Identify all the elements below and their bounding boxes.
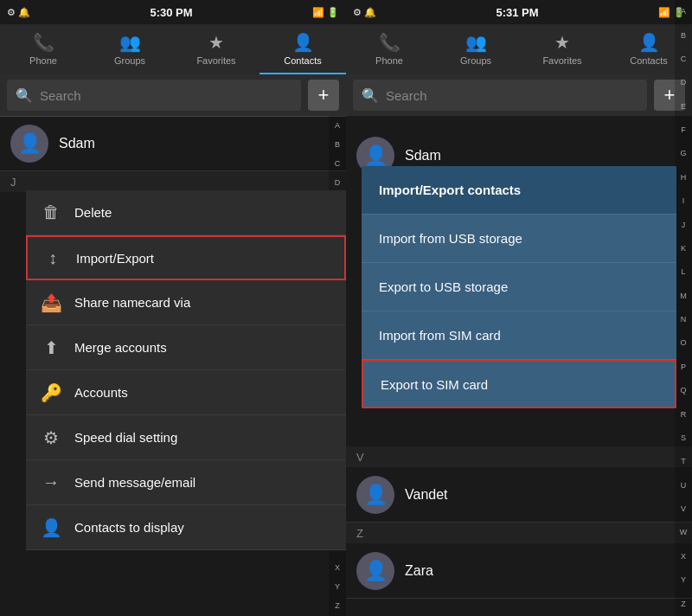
accounts-label: Accounts <box>74 385 128 400</box>
share-namecard-icon: 📤 <box>40 292 62 313</box>
left-panel: ⚙ 🔔 5:30 PM 📶 🔋 📞 Phone 👥 Groups ★ Favor… <box>0 0 346 616</box>
favorites-icon-left: ★ <box>208 32 224 53</box>
menu-share-namecard[interactable]: 📤 Share namecard via <box>26 280 346 325</box>
add-contact-button-left[interactable]: + <box>308 80 339 111</box>
accounts-icon: 🔑 <box>40 382 62 403</box>
export-usb-item[interactable]: Export to USB storage <box>362 263 676 311</box>
sim-icon: ⚙ <box>7 7 16 18</box>
contact-name-sdam-right: Sdam <box>405 148 441 164</box>
menu-accounts[interactable]: 🔑 Accounts <box>26 370 346 415</box>
contacts-label-left: Contacts <box>284 55 321 66</box>
import-export-dropdown: Import/Export contacts Import from USB s… <box>362 166 676 408</box>
groups-icon-right: 👥 <box>465 32 487 53</box>
menu-contacts-to-display[interactable]: 👤 Contacts to display <box>26 505 346 550</box>
battery-icon: 🔋 <box>327 7 339 18</box>
send-message-icon: → <box>40 472 62 492</box>
right-status-bar: ⚙ 🔔 5:31 PM 📶 🔋 <box>346 0 692 24</box>
delete-icon: 🗑 <box>40 202 62 222</box>
section-j-left: J <box>0 171 346 192</box>
phone-icon-right: 📞 <box>379 32 400 53</box>
groups-label-right: Groups <box>460 55 491 66</box>
contact-zara[interactable]: 👤 Zara <box>346 543 692 599</box>
left-time: 5:30 PM <box>150 6 192 19</box>
avatar-zara: 👤 <box>356 552 394 590</box>
contact-name-sdam-left: Sdam <box>59 136 95 151</box>
export-sim-item[interactable]: Export to SIM card <box>362 360 676 408</box>
contacts-icon-right: 👤 <box>638 32 660 53</box>
contacts-icon-left: 👤 <box>292 32 314 53</box>
dropdown-title-text: Import/Export contacts <box>379 183 521 197</box>
groups-icon-left: 👥 <box>119 32 141 53</box>
phone-icon-left: 📞 <box>33 32 54 53</box>
left-contact-list: 👤 Sdam J 🗑 Delete ↕ Import/Export 📤 Shar… <box>0 116 346 616</box>
signal-icon: 📶 <box>312 7 324 18</box>
alphabet-sidebar-right: A B C D E F G H I J K L M N O P Q R S T … <box>675 0 692 616</box>
notification-icon: 🔔 <box>18 7 30 18</box>
right-sim-icon: ⚙ <box>353 7 362 18</box>
contact-name-vandet: Vandet <box>405 487 448 503</box>
tab-groups-right[interactable]: 👥 Groups <box>432 24 519 74</box>
search-icon-right: 🔍 <box>362 87 379 104</box>
right-notification-icon: 🔔 <box>364 7 376 18</box>
delete-label: Delete <box>74 205 112 220</box>
menu-send-message[interactable]: → Send message/email <box>26 460 346 505</box>
send-message-label: Send message/email <box>74 475 195 490</box>
tab-favorites-right[interactable]: ★ Favorites <box>519 24 606 74</box>
menu-merge-accounts[interactable]: ⬆ Merge accounts <box>26 325 346 370</box>
contact-sdam-left[interactable]: 👤 Sdam <box>0 116 346 171</box>
contact-vandet[interactable]: 👤 Vandet <box>346 467 692 523</box>
phone-label-right: Phone <box>375 55 403 66</box>
contacts-display-label: Contacts to display <box>74 520 184 535</box>
search-input-left[interactable] <box>40 88 292 103</box>
right-search-wrap[interactable]: 🔍 <box>353 80 647 111</box>
left-search-wrap[interactable]: 🔍 <box>7 80 301 111</box>
groups-label-left: Groups <box>114 55 145 66</box>
section-v-right: V <box>346 446 692 467</box>
right-signal-icon: 📶 <box>658 7 670 18</box>
contacts-display-icon: 👤 <box>40 517 62 538</box>
tab-phone-left[interactable]: 📞 Phone <box>0 24 86 74</box>
favorites-label-right: Favorites <box>542 55 581 66</box>
speed-dial-label: Speed dial setting <box>74 430 177 445</box>
menu-speed-dial[interactable]: ⚙ Speed dial setting <box>26 415 346 460</box>
phone-label-left: Phone <box>29 55 57 66</box>
section-z-right: Z <box>346 523 692 543</box>
tab-contacts-left[interactable]: 👤 Contacts <box>260 24 346 74</box>
dropdown-title: Import/Export contacts <box>362 166 676 215</box>
import-sim-item[interactable]: Import from SIM card <box>362 311 676 360</box>
left-nav-tabs: 📞 Phone 👥 Groups ★ Favorites 👤 Contacts <box>0 24 346 74</box>
menu-import-export[interactable]: ↕ Import/Export <box>26 235 346 280</box>
speed-dial-icon: ⚙ <box>40 427 62 448</box>
import-usb-item[interactable]: Import from USB storage <box>362 215 676 263</box>
contact-name-zara: Zara <box>405 563 433 579</box>
import-usb-label: Import from USB storage <box>379 231 522 246</box>
right-search-bar: 🔍 + <box>346 74 692 116</box>
import-export-label: Import/Export <box>76 251 154 266</box>
merge-label: Merge accounts <box>74 340 167 355</box>
merge-icon: ⬆ <box>40 337 62 358</box>
tab-phone-right[interactable]: 📞 Phone <box>346 24 432 74</box>
tab-groups-left[interactable]: 👥 Groups <box>86 24 173 74</box>
favorites-label-left: Favorites <box>196 55 235 66</box>
right-time: 5:31 PM <box>496 6 538 19</box>
right-status-icons: ⚙ 🔔 <box>353 7 376 18</box>
avatar-sdam-left: 👤 <box>10 125 48 163</box>
search-icon-left: 🔍 <box>16 87 33 104</box>
search-input-right[interactable] <box>386 88 638 103</box>
favorites-icon-right: ★ <box>554 32 570 53</box>
left-signal-icons: 📶 🔋 <box>312 7 339 18</box>
left-status-icons: ⚙ 🔔 <box>7 7 30 18</box>
share-namecard-label: Share namecard via <box>74 295 190 310</box>
export-usb-label: Export to USB storage <box>379 279 508 294</box>
right-bottom-contacts: V 👤 Vandet Z 👤 Zara <box>346 446 692 616</box>
left-search-bar: 🔍 + <box>0 74 346 116</box>
context-menu-left: 🗑 Delete ↕ Import/Export 📤 Share namecar… <box>26 190 346 550</box>
left-status-bar: ⚙ 🔔 5:30 PM 📶 🔋 <box>0 0 346 24</box>
import-export-icon: ↕ <box>42 248 64 268</box>
tab-favorites-left[interactable]: ★ Favorites <box>173 24 260 74</box>
avatar-vandet: 👤 <box>356 476 394 514</box>
export-sim-label: Export to SIM card <box>381 377 488 392</box>
import-sim-label: Import from SIM card <box>379 328 501 343</box>
right-panel: ⚙ 🔔 5:31 PM 📶 🔋 📞 Phone 👥 Groups ★ Favor… <box>346 0 692 616</box>
menu-delete[interactable]: 🗑 Delete <box>26 190 346 235</box>
